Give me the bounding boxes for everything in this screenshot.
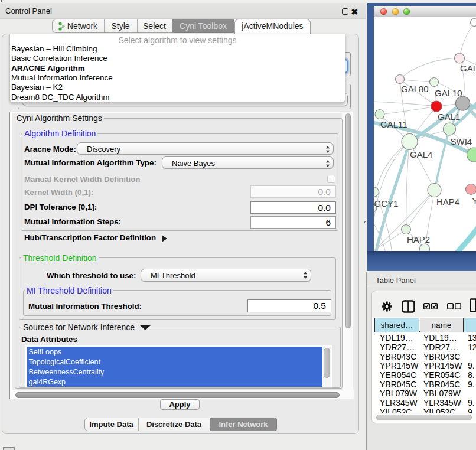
svg-text:HAP4: HAP4 [436,197,459,207]
svg-text:GAL80: GAL80 [401,84,429,94]
svg-text:SWI4: SWI4 [451,136,472,146]
svg-text:GAL4: GAL4 [410,149,432,159]
svg-text:GAL11: GAL11 [380,119,407,129]
svg-text:GAL10: GAL10 [435,88,462,98]
svg-text:GAL1: GAL1 [438,112,460,122]
svg-text:GAL2: GAL2 [460,63,476,73]
svg-text:HAP2: HAP2 [407,234,430,244]
svg-text:GCY1: GCY1 [374,198,399,208]
svg-text:Y: Y [472,196,476,206]
